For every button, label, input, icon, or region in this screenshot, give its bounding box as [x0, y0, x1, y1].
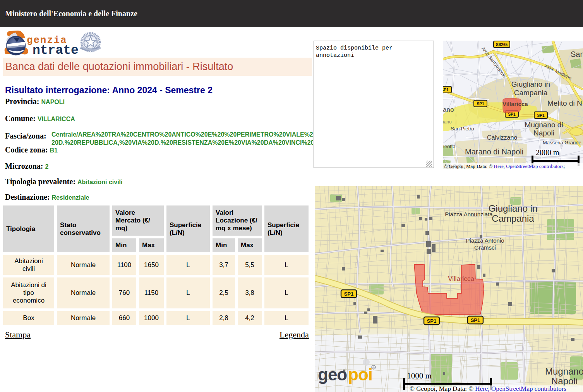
svg-text:SP1: SP1 [537, 113, 545, 118]
svg-text:SP1: SP1 [427, 318, 437, 324]
svg-text:SP1: SP1 [477, 102, 484, 106]
svg-text:Marano di Napoli: Marano di Napoli [465, 147, 523, 156]
svg-text:Mugnano: Mugnano [545, 366, 583, 377]
svg-text:Villaricca: Villaricca [448, 275, 474, 282]
svg-text:SS265: SS265 [496, 43, 508, 47]
svg-text:SP1: SP1 [508, 112, 516, 116]
svg-text:© Geopoi, Map Data: © Here, Op: © Geopoi, Map Data: © Here, OpenStreetMa… [444, 163, 565, 169]
svg-text:geo: geo [318, 365, 347, 384]
svg-text:SP1: SP1 [471, 317, 480, 323]
svg-text:Masseria Grande: Masseria Grande [543, 140, 581, 146]
svg-text:Campania: Campania [492, 213, 534, 224]
svg-text:1000 m: 1000 m [407, 371, 432, 380]
svg-text:SP1: SP1 [443, 88, 449, 92]
svg-text:2000 m: 2000 m [536, 148, 559, 157]
svg-text:leotta: leotta [443, 144, 456, 149]
svg-text:ntrate: ntrate [33, 43, 79, 56]
svg-text:Giugliano in: Giugliano in [489, 203, 538, 214]
svg-text:Napoli: Napoli [533, 129, 554, 137]
svg-text:ano: ano [443, 106, 454, 113]
svg-text:San Pietro: San Pietro [451, 126, 474, 132]
svg-text:Calvizzano: Calvizzano [487, 134, 517, 141]
svg-text:Villaricca: Villaricca [502, 101, 528, 107]
svg-text:®: ® [372, 366, 375, 370]
svg-text:Gramsci: Gramsci [474, 244, 496, 251]
svg-text:Campania: Campania [514, 89, 548, 97]
svg-text:Mugnano di: Mugnano di [525, 121, 563, 129]
svg-text:Melito di N: Melito di N [547, 99, 582, 107]
svg-text:Piazza Annunziata: Piazza Annunziata [445, 211, 493, 217]
svg-text:Giugliano in: Giugliano in [511, 80, 550, 88]
svg-text:© Geopoi, Map Data: © Here, Op: © Geopoi, Map Data: © Here, OpenStreetMa… [410, 385, 566, 392]
svg-text:Napoli: Napoli [551, 376, 578, 386]
svg-text:iano: iano [443, 119, 452, 125]
svg-text:poi: poi [348, 365, 372, 384]
svg-text:Piazza Antonio: Piazza Antonio [466, 237, 504, 244]
svg-text:SP1: SP1 [344, 291, 354, 297]
svg-text:San: San [571, 50, 583, 58]
